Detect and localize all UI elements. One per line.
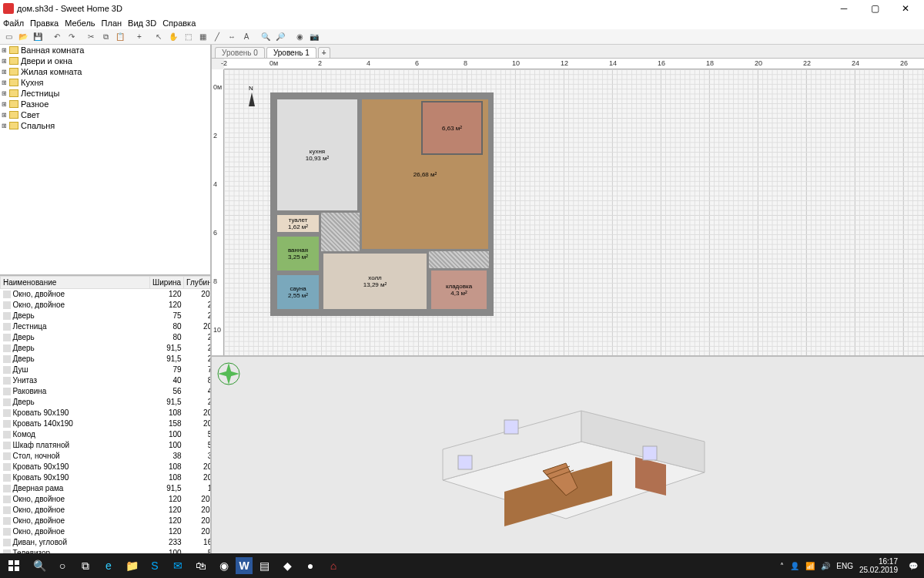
tray-up-icon[interactable]: ˄	[780, 562, 784, 570]
plan-view[interactable]: -20м246810121416182022242628 0м246810 ку…	[212, 59, 924, 357]
tab-add-level[interactable]: +	[318, 47, 330, 58]
catalog-item[interactable]: ⊞Свет	[0, 109, 210, 120]
furniture-row[interactable]: Окно, двойное12021120	[1, 300, 211, 311]
search-icon[interactable]: 🔍	[28, 553, 51, 578]
catalog-item[interactable]: ⊞Ванная комната	[0, 45, 210, 55]
tray-clock[interactable]: 16:17 25.02.2019	[859, 557, 902, 574]
zoom-in-icon[interactable]: 🔍	[259, 31, 273, 43]
tray-notifications-icon[interactable]: 💬	[909, 562, 918, 570]
outlook-icon[interactable]: ✉	[166, 553, 189, 578]
furniture-row[interactable]: Диван, угловой23316887	[1, 537, 211, 548]
app-icon-2[interactable]: ●	[299, 553, 322, 578]
furniture-row[interactable]: Окно, двойное12020,4120	[1, 505, 211, 516]
close-button[interactable]: ✕	[890, 0, 921, 17]
furniture-table[interactable]: Наименование Ширина Глубина Высота Видим…	[0, 276, 210, 553]
room-tool-icon[interactable]: ▦	[196, 31, 209, 43]
view3d-icon[interactable]: ◉	[293, 31, 306, 43]
sweethome-icon[interactable]: ⌂	[322, 553, 345, 578]
copy-icon[interactable]: ⧉	[99, 31, 112, 43]
zoom-out-icon[interactable]: 🔎	[273, 31, 287, 43]
col-width[interactable]: Ширина	[150, 277, 184, 289]
cortana-icon[interactable]: ○	[51, 553, 74, 578]
app-icon-1[interactable]: ◆	[276, 553, 299, 578]
minimize-button[interactable]: ─	[829, 0, 859, 17]
floor-plan[interactable]: кухня10,93 м² 26,68 м² 6,63 м² туалет1,6…	[270, 92, 494, 316]
store-icon[interactable]: 🛍	[189, 553, 213, 578]
pan-tool-icon[interactable]: ✋	[166, 31, 180, 43]
tab-level-0[interactable]: Уровень 0	[215, 47, 265, 58]
furniture-row[interactable]: Раковина564797	[1, 386, 211, 397]
tray-network-icon[interactable]: 📶	[805, 562, 815, 570]
word-icon[interactable]: W	[236, 557, 253, 574]
room-sauna[interactable]: сауна2,55 м²	[275, 273, 321, 311]
col-name[interactable]: Наименование	[1, 277, 150, 289]
furniture-row[interactable]: Кровать 90x19010820870	[1, 462, 211, 472]
compass-icon[interactable]	[243, 85, 261, 113]
catalog-item[interactable]: ⊞Спальня	[0, 120, 210, 131]
text-tool-icon[interactable]: A	[239, 31, 253, 43]
furniture-row[interactable]: Унитаз408062	[1, 375, 211, 386]
tray-people-icon[interactable]: 👤	[790, 562, 799, 570]
catalog-item[interactable]: ⊞Двери и окна	[0, 55, 210, 66]
furniture-row[interactable]: Кровать 90x19010820870	[1, 408, 211, 418]
furniture-row[interactable]: Телевизор1005293	[1, 548, 211, 554]
furniture-row[interactable]: Стол, ночной383850	[1, 451, 211, 462]
taskview-icon[interactable]: ⧉	[74, 553, 97, 578]
wall-tool-icon[interactable]: ⬚	[181, 31, 195, 43]
view-3d[interactable]	[212, 357, 924, 553]
add-furniture-icon[interactable]: +	[132, 31, 146, 43]
totalcmd-icon[interactable]: ▤	[253, 553, 276, 578]
open-icon[interactable]: 📂	[16, 31, 30, 43]
furniture-row[interactable]: Кровать 90x19010820870	[1, 472, 211, 483]
undo-icon[interactable]: ↶	[50, 31, 64, 43]
menu-furniture[interactable]: Мебель	[65, 18, 95, 28]
room-bath[interactable]: ванная3,25 м²	[275, 234, 321, 273]
select-tool-icon[interactable]: ↖	[152, 31, 166, 43]
room-bedroom[interactable]: 6,63 м²	[421, 101, 483, 155]
room-hall[interactable]: холл13,29 м²	[321, 251, 429, 311]
furniture-row[interactable]: Дверь8029180	[1, 332, 211, 343]
furniture-row[interactable]: Комод1005580	[1, 429, 211, 440]
furniture-row[interactable]: Дверь91,529208,5	[1, 397, 211, 408]
furniture-row[interactable]: Дверная рама91,519208,5	[1, 483, 211, 494]
furniture-row[interactable]: Окно, двойное12020,4120	[1, 494, 211, 505]
menu-help[interactable]: Справка	[162, 18, 196, 28]
catalog-item[interactable]: ⊞Лестницы	[0, 88, 210, 99]
maximize-button[interactable]: ▢	[859, 0, 890, 17]
system-tray[interactable]: ˄ 👤 📶 🔊 ENG 16:17 25.02.2019 💬	[780, 557, 924, 574]
save-icon[interactable]: 💾	[31, 31, 45, 43]
furniture-row[interactable]: Дверь91,529208,5	[1, 354, 211, 365]
edge-icon[interactable]: e	[97, 553, 120, 578]
menu-file[interactable]: Файл	[3, 18, 24, 28]
room-kitchen[interactable]: кухня10,93 м²	[275, 97, 360, 213]
tray-sound-icon[interactable]: 🔊	[821, 562, 830, 570]
catalog-tree[interactable]: ⊞Ванная комната⊞Двери и окна⊞Жилая комна…	[0, 45, 210, 276]
furniture-row[interactable]: Дверь91,529208,5	[1, 343, 211, 354]
furniture-row[interactable]: Окно, двойное12020,4120	[1, 526, 211, 537]
tray-lang[interactable]: ENG	[836, 562, 853, 570]
line-tool-icon[interactable]: ╱	[210, 31, 224, 43]
catalog-item[interactable]: ⊞Разное	[0, 99, 210, 109]
explorer-icon[interactable]: 📁	[120, 553, 143, 578]
menu-3dview[interactable]: Вид 3D	[128, 18, 156, 28]
menu-plan[interactable]: План	[102, 18, 122, 28]
furniture-row[interactable]: Окно, двойное12020,4120	[1, 516, 211, 526]
redo-icon[interactable]: ↷	[65, 31, 79, 43]
furniture-row[interactable]: Шкаф платяной10054165	[1, 440, 211, 451]
room-wc[interactable]: туалет1,62 м²	[275, 213, 321, 234]
menu-edit[interactable]: Правка	[30, 18, 59, 28]
furniture-row[interactable]: Кровать 140x19015820870	[1, 418, 211, 429]
skype-icon[interactable]: S	[143, 553, 166, 578]
snapshot-icon[interactable]: 📷	[307, 31, 321, 43]
dim-tool-icon[interactable]: ↔	[225, 31, 239, 43]
furniture-row[interactable]: Лестница80200362	[1, 321, 211, 332]
chrome-icon[interactable]: ◉	[213, 553, 236, 578]
tab-level-1[interactable]: Уровень 1	[266, 47, 316, 58]
catalog-item[interactable]: ⊞Жилая комната	[0, 66, 210, 77]
col-depth[interactable]: Глубина	[184, 277, 210, 289]
furniture-row[interactable]: Окно, двойное12020,4120	[1, 289, 211, 300]
nav-rose-icon[interactable]	[216, 361, 241, 386]
paste-icon[interactable]: 📋	[113, 31, 127, 43]
furniture-row[interactable]: Душ7979211	[1, 365, 211, 375]
new-icon[interactable]: ▭	[2, 31, 15, 43]
